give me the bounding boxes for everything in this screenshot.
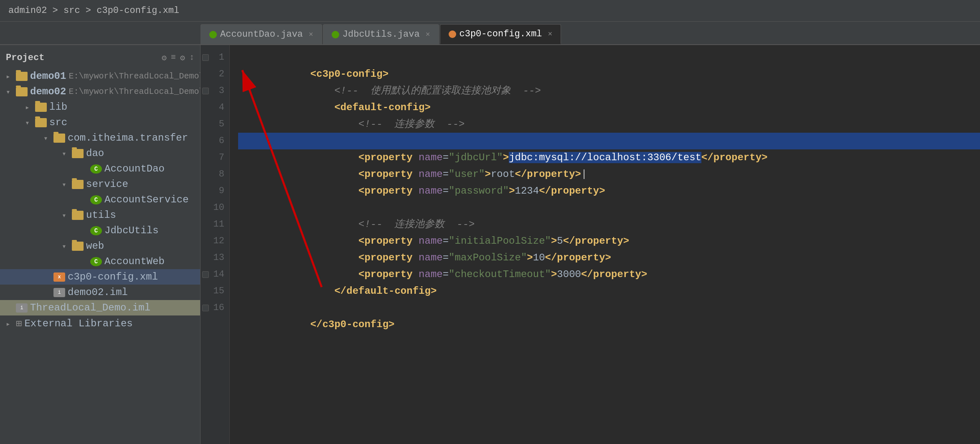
sidebar-item-lib[interactable]: lib [0, 99, 200, 115]
settings-icon[interactable]: ⚙ [180, 53, 185, 63]
sidebar-item-jdbc-utils[interactable]: C JdbcUtils [0, 223, 200, 238]
sidebar-item-account-service[interactable]: C AccountService [0, 192, 200, 207]
sidebar-item-demo02-iml[interactable]: i demo02.iml [0, 285, 200, 300]
line-number-1: 1 [201, 49, 229, 66]
arrow-icon [6, 87, 16, 96]
tab-jdbc-utils[interactable]: JdbcUtils.java × [323, 24, 439, 44]
line-number-4: 4 [201, 99, 229, 116]
item-label: AccountDao [104, 163, 165, 174]
sidebar-item-src[interactable]: src [0, 115, 200, 130]
folder-icon [72, 211, 84, 220]
tab-c3p0-config[interactable]: c3p0-config.xml × [440, 24, 561, 44]
sidebar-item-dao[interactable]: dao [0, 146, 200, 161]
code-line-8: <property name="password">1234</property… [238, 166, 980, 183]
sidebar-item-threadlocal-iml[interactable]: i ThreadLocal_Demo.iml [0, 300, 200, 315]
item-label: demo01 [30, 71, 66, 82]
code-line-2: <!-- 使用默认的配置读取连接池对象 --> [238, 66, 980, 83]
title-path: admin02 > src > c3p0-config.xml [8, 5, 179, 16]
folder-icon [53, 134, 65, 143]
line-number-8: 8 [201, 166, 229, 183]
arrow-icon [6, 72, 16, 81]
tab-account-dao[interactable]: AccountDao.java × [201, 24, 322, 44]
tag: c3p0-config [322, 319, 388, 330]
main-layout: Project ⚙ ≡ ⚙ ↕ demo01 E:\mywork\ThreadL… [0, 45, 980, 444]
code-line-11: <property name="initialPoolSize">5</prop… [238, 216, 980, 233]
sidebar-item-account-dao[interactable]: C AccountDao [0, 161, 200, 177]
item-label: web [86, 240, 104, 252]
sidebar-item-utils[interactable]: utils [0, 207, 200, 223]
java-file-icon: C [90, 226, 102, 235]
sync-icon[interactable]: ⚙ [162, 53, 167, 63]
iml-file-icon: i [16, 303, 28, 313]
item-label: demo02.iml [68, 287, 128, 298]
item-label: dao [86, 148, 104, 159]
code-line-10: <!-- 连接池参数 --> [238, 199, 980, 216]
tab-close-icon[interactable]: × [309, 30, 313, 39]
line-number-5: 5 [201, 116, 229, 133]
sidebar-item-account-web[interactable]: C AccountWeb [0, 254, 200, 269]
code-line-6: <property name="jdbcUrl">jdbc:mysql://lo… [238, 133, 980, 149]
java-file-icon: C [90, 195, 102, 204]
sidebar-title: Project [6, 53, 44, 63]
line-numbers: 1 2 3 4 5 6 7 8 9 10 11 12 13 14 15 16 [201, 45, 230, 444]
arrow-icon [62, 149, 72, 158]
sidebar-item-external-libraries[interactable]: ⊞ External Libraries [0, 315, 200, 332]
sidebar-item-service[interactable]: service [0, 177, 200, 192]
xml-icon [449, 30, 456, 38]
line-number-15: 15 [201, 283, 229, 300]
item-label: service [86, 179, 128, 190]
line-number-9: 9 [201, 183, 229, 199]
code-line-13: <property name="checkoutTimeout">3000</p… [238, 250, 980, 266]
item-label: com.itheima.transfer [68, 132, 188, 144]
expand-icon[interactable]: ↕ [189, 53, 194, 63]
folder-icon [72, 242, 84, 251]
code-line-9 [238, 183, 980, 199]
line-number-12: 12 [201, 233, 229, 250]
item-label: JdbcUtils [104, 225, 159, 236]
item-label: AccountService [104, 194, 189, 205]
arrow-icon [25, 103, 35, 112]
sidebar-item-web[interactable]: web [0, 238, 200, 254]
tab-bar: AccountDao.java × JdbcUtils.java × c3p0-… [0, 22, 980, 45]
code-line-16: </c3p0-config> [238, 300, 980, 316]
sidebar-item-c3p0-config[interactable]: x c3p0-config.xml [0, 269, 200, 285]
code-line-5: <property name="driverClass">com.mysql.j… [238, 116, 980, 133]
sidebar-item-demo02[interactable]: demo02 E:\mywork\ThreadLocal_Demo\demo02 [0, 84, 200, 99]
sidebar-item-demo01[interactable]: demo01 E:\mywork\ThreadLocal_Demo\demo01 [0, 68, 200, 84]
arrow-icon [6, 319, 16, 328]
item-label: ThreadLocal_Demo.iml [30, 302, 150, 313]
code-area[interactable]: <c3p0-config> <!-- 使用默认的配置读取连接池对象 --> <d… [230, 45, 980, 444]
item-label: utils [86, 209, 116, 221]
folder-icon [16, 87, 28, 96]
item-label: External Libraries [24, 318, 132, 329]
java-icon [209, 31, 217, 38]
arrow-icon [43, 134, 53, 143]
code-line-14: </default-config> [238, 266, 980, 283]
arrow-icon [62, 211, 72, 220]
code-line-15 [238, 283, 980, 300]
arrow-icon [62, 242, 72, 251]
folder-icon [35, 118, 47, 127]
line-number-6: 6 [201, 133, 229, 149]
item-path: E:\mywork\ThreadLocal_Demo\demo01 [69, 71, 201, 81]
app-container: admin02 > src > c3p0-config.xml AccountD… [0, 0, 980, 444]
editor-area[interactable]: 1 2 3 4 5 6 7 8 9 10 11 12 13 14 15 16 [201, 45, 980, 444]
folder-icon [35, 103, 47, 112]
line-number-13: 13 [201, 250, 229, 266]
tab-label: c3p0-config.xml [460, 29, 542, 39]
item-path: E:\mywork\ThreadLocal_Demo\demo02 [69, 87, 201, 96]
tab-label: AccountDao.java [220, 29, 303, 40]
line-number-11: 11 [201, 216, 229, 233]
sidebar-item-com-itheima[interactable]: com.itheima.transfer [0, 130, 200, 146]
java-file-icon: C [90, 257, 102, 266]
item-label: demo02 [30, 86, 66, 97]
code-line-7: <property name="user">root</property>| [238, 149, 980, 166]
sidebar[interactable]: Project ⚙ ≡ ⚙ ↕ demo01 E:\mywork\ThreadL… [0, 45, 201, 444]
tab-close-icon[interactable]: × [548, 30, 553, 38]
folder-icon [16, 72, 28, 81]
filter-icon[interactable]: ≡ [171, 53, 176, 63]
line-number-3: 3 [201, 83, 229, 99]
arrow-icon [62, 180, 72, 189]
bracket: </ [310, 319, 322, 330]
tab-close-icon[interactable]: × [426, 30, 430, 39]
